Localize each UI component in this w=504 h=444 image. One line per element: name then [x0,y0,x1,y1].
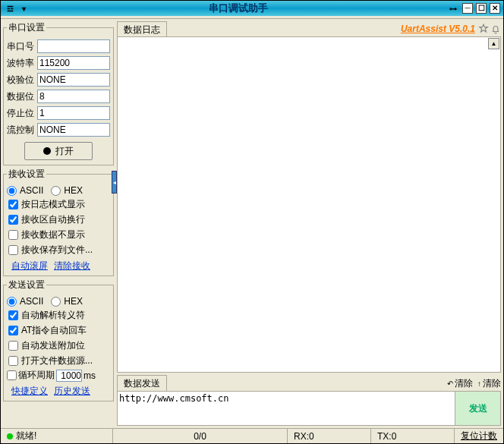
statusbar: 就绪! 0/0 RX:0 TX:0 复位计数 [1,428,503,443]
port-settings-group: 串口设置 串口号 波特率115200 校验位NONE 数据位8 停止位1 流控制… [3,21,114,165]
undo-icon: ↶ [447,379,453,388]
flow-label: 流控制 [7,124,37,137]
chk-escape-label: 自动解析转义符 [21,309,85,322]
chk-at-cr[interactable] [8,326,18,335]
chk-hide-recv[interactable] [8,230,18,240]
recv-ascii-label: ASCII [20,185,43,196]
favorite-icon[interactable] [478,24,489,34]
send-hex-radio[interactable] [51,297,61,307]
cycle-input[interactable] [56,370,82,382]
chk-cycle-label: 循环周期 [18,369,55,382]
clear-right-button[interactable]: ↑清除 [477,377,501,390]
chk-escape[interactable] [8,310,18,320]
chk-hide-recv-label: 接收数据不显示 [21,228,85,241]
status-mid: 0/0 [113,429,288,443]
main-window: ☲ ▾ 串口调试助手 ⊶ ─ ☐ ✕ 串口设置 串口号 波特率115200 校验… [0,0,504,444]
recv-ascii-radio[interactable] [7,186,17,196]
dropdown-icon[interactable]: ▾ [17,3,30,14]
status-rx: RX:0 [288,429,371,443]
status-tx: TX:0 [371,429,455,443]
ready-dot-icon [7,433,13,439]
chk-save-file-label: 接收保存到文件... [21,244,93,257]
close-button[interactable]: ✕ [490,3,500,14]
recv-hex-label: HEX [64,185,83,196]
titlebar: ☲ ▾ 串口调试助手 ⊶ ─ ☐ ✕ [1,1,503,16]
send-ascii-label: ASCII [20,296,43,307]
databits-select[interactable]: 8 [37,90,110,103]
chk-at-cr-label: AT指令自动回车 [21,324,87,337]
pin-icon[interactable]: ⊶ [447,3,459,14]
send-settings-legend: 发送设置 [7,279,46,291]
app-icon: ☲ [4,3,16,14]
chk-file-src-label: 打开文件数据源... [21,354,93,367]
recv-settings-legend: 接收设置 [7,168,46,181]
stopbits-select[interactable]: 1 [37,106,110,120]
port-select[interactable] [37,39,110,53]
chk-autowrap[interactable] [8,215,18,225]
maximize-button[interactable]: ☐ [476,3,487,14]
left-panel: 串口设置 串口号 波特率115200 校验位NONE 数据位8 停止位1 流控制… [3,21,114,426]
chk-append-label: 自动发送附加位 [21,339,85,352]
link-history[interactable]: 历史发送 [54,385,90,398]
chk-logmode[interactable] [8,200,18,209]
baud-label: 波特率 [7,57,37,70]
chk-cycle[interactable] [7,370,17,380]
bell-icon[interactable] [490,24,501,34]
scroll-up-icon[interactable]: ▲ [488,38,499,49]
log-tab[interactable]: 数据日志 [117,21,167,38]
window-title: 串口调试助手 [30,2,447,15]
reset-counter-button[interactable]: 复位计数 [455,430,503,442]
open-button-label: 打开 [55,145,74,158]
chk-logmode-label: 按日志模式显示 [21,198,85,211]
open-button[interactable]: 打开 [24,142,93,160]
send-button[interactable]: 发送 [455,392,500,425]
parity-select[interactable]: NONE [37,73,110,87]
chk-autowrap-label: 接收区自动换行 [21,213,85,226]
up-icon: ↑ [477,379,481,388]
send-tab[interactable]: 数据发送 [117,375,167,392]
stopbits-label: 停止位 [7,107,37,120]
send-ascii-radio[interactable] [7,297,17,307]
log-area[interactable]: ▲ ◂ [117,36,501,373]
chk-append[interactable] [8,341,18,351]
link-clear-recv[interactable]: 清除接收 [54,260,90,272]
brand-label[interactable]: UartAssist V5.0.1 [401,24,475,34]
chk-file-src[interactable] [8,356,18,366]
recv-hex-radio[interactable] [51,186,61,196]
status-dot-icon [43,147,51,155]
link-shortcut[interactable]: 快捷定义 [11,385,48,398]
link-autoscroll[interactable]: 自动滚屏 [11,260,48,272]
baud-select[interactable]: 115200 [37,56,110,70]
recv-settings-group: 接收设置 ASCII HEX 按日志模式显示 接收区自动换行 接收数据不显示 接… [3,168,114,276]
clear-left-button[interactable]: ↶清除 [447,377,473,390]
databits-label: 数据位 [7,90,37,103]
status-ready: 就绪! [16,430,36,442]
right-panel: 数据日志 UartAssist V5.0.1 ▲ ◂ 数据发送 [117,21,501,426]
chk-save-file[interactable] [8,245,18,255]
collapse-handle[interactable]: ◂ [112,171,117,194]
flow-select[interactable]: NONE [37,123,110,137]
port-settings-legend: 串口设置 [7,21,46,34]
send-settings-group: 发送设置 ASCII HEX 自动解析转义符 AT指令自动回车 自动发送附加位 … [3,279,114,401]
parity-label: 校验位 [7,74,37,87]
port-label: 串口号 [7,40,37,53]
minimize-button[interactable]: ─ [462,3,473,14]
cycle-unit: ms [83,370,96,381]
send-hex-label: HEX [64,296,83,307]
send-input[interactable] [118,392,455,425]
